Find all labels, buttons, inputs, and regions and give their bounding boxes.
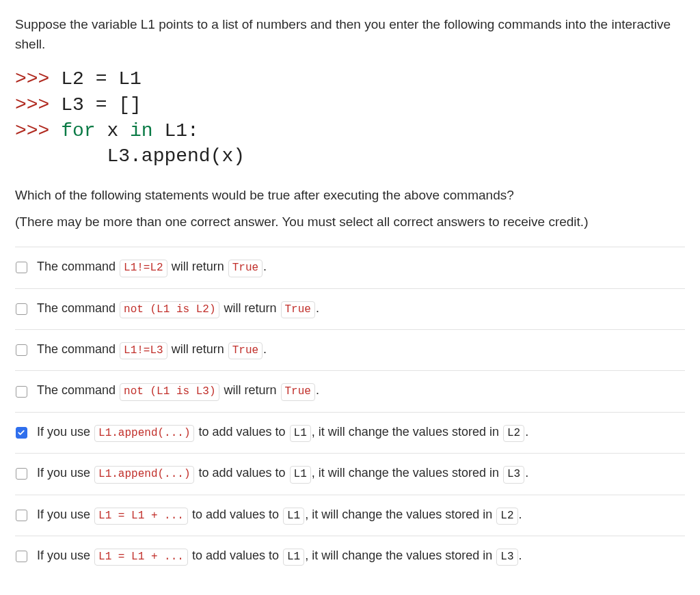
- code-keyword: for: [49, 120, 95, 141]
- code-chip: L1.append(...): [94, 425, 194, 442]
- code-text: L3: [49, 94, 95, 115]
- prompt: >>>: [15, 120, 49, 141]
- text: to add values to: [189, 508, 282, 521]
- text: The command: [37, 301, 119, 315]
- code-text: x: [96, 120, 119, 141]
- code-chip: True: [281, 301, 315, 318]
- option-3[interactable]: The command L1!=L3 will return True.: [15, 329, 685, 370]
- text: .: [316, 383, 319, 397]
- question-note: (There may be more than one correct answ…: [15, 212, 685, 232]
- option-text: If you use L1 = L1 + ... to add values t…: [37, 506, 522, 525]
- text: will return: [168, 260, 228, 273]
- text: If you use: [37, 508, 94, 521]
- option-text: If you use L1 = L1 + ... to add values t…: [37, 547, 522, 566]
- text: .: [263, 342, 267, 356]
- text: If you use: [37, 549, 94, 562]
- code-chip: L1.append(...): [94, 466, 194, 483]
- prompt: >>>: [15, 94, 49, 115]
- option-7[interactable]: If you use L1 = L1 + ... to add values t…: [15, 495, 685, 536]
- text: If you use: [37, 425, 94, 439]
- code-chip: L1: [290, 425, 311, 442]
- text: The command: [37, 260, 119, 273]
- code-chip: not (L1 is L3): [120, 383, 219, 400]
- code-chip: True: [281, 383, 315, 400]
- code-text: []: [107, 94, 141, 115]
- code-text: L2: [49, 68, 95, 89]
- code-chip: L1!=L2: [120, 260, 167, 277]
- text: will return: [220, 383, 280, 397]
- option-6[interactable]: If you use L1.append(...) to add values …: [15, 453, 685, 494]
- text: to add values to: [189, 549, 282, 562]
- checkbox[interactable]: [16, 468, 27, 480]
- text: to add values to: [195, 425, 288, 439]
- code-chip: L1: [283, 508, 304, 525]
- text: .: [525, 466, 528, 480]
- text: , it will change the values stored in: [305, 549, 496, 562]
- text: .: [525, 425, 528, 439]
- text: The command: [37, 342, 119, 356]
- checkbox[interactable]: [16, 510, 27, 521]
- checkbox[interactable]: [16, 427, 27, 439]
- option-text: If you use L1.append(...) to add values …: [37, 424, 528, 442]
- question-prompt: Which of the following statements would …: [15, 186, 685, 206]
- option-text: The command L1!=L3 will return True.: [37, 341, 267, 359]
- code-text: L3: [15, 146, 130, 167]
- text: , it will change the values stored in: [312, 425, 502, 439]
- code-chip: not (L1 is L2): [120, 301, 219, 318]
- code-text: =: [96, 94, 107, 115]
- code-chip: L2: [496, 508, 517, 525]
- option-text: The command not (L1 is L2) will return T…: [37, 300, 319, 318]
- code-keyword: in: [118, 120, 152, 141]
- checkbox[interactable]: [16, 303, 27, 315]
- option-8[interactable]: If you use L1 = L1 + ... to add values t…: [15, 536, 685, 577]
- text: will return: [168, 342, 228, 356]
- option-1[interactable]: The command L1!=L2 will return True.: [15, 247, 685, 288]
- checkbox[interactable]: [16, 551, 27, 562]
- code-text: L1: [107, 68, 141, 89]
- code-chip: L1!=L3: [120, 342, 167, 359]
- code-text: :: [187, 120, 199, 141]
- option-4[interactable]: The command not (L1 is L3) will return T…: [15, 370, 685, 411]
- text: If you use: [37, 466, 94, 480]
- option-5[interactable]: If you use L1.append(...) to add values …: [15, 412, 685, 453]
- code-chip: True: [228, 342, 262, 359]
- code-text: =: [96, 68, 107, 89]
- text: , it will change the values stored in: [305, 508, 496, 521]
- code-block: >>> L2 = L1 >>> L3 = [] >>> for x in L1:…: [15, 66, 685, 169]
- prompt: >>>: [15, 68, 49, 89]
- code-chip: L1: [283, 549, 304, 566]
- code-text: .: [130, 146, 142, 167]
- option-text: The command L1!=L2 will return True.: [37, 258, 267, 277]
- code-text: (x): [211, 146, 245, 167]
- text: .: [519, 508, 522, 521]
- text: , it will change the values stored in: [312, 466, 502, 480]
- text: to add values to: [195, 466, 288, 480]
- code-chip: L2: [503, 425, 524, 442]
- text: .: [263, 260, 267, 273]
- text: .: [316, 301, 319, 315]
- code-chip: L1 = L1 + ...: [94, 549, 188, 566]
- checkbox[interactable]: [16, 262, 27, 273]
- code-chip: True: [228, 260, 262, 277]
- options-list: The command L1!=L2 will return True. The…: [15, 247, 685, 577]
- code-text: L1: [153, 120, 187, 141]
- code-chip: L3: [503, 466, 524, 483]
- text: will return: [220, 301, 280, 315]
- text: The command: [37, 383, 119, 397]
- option-text: If you use L1.append(...) to add values …: [37, 465, 528, 483]
- option-text: The command not (L1 is L3) will return T…: [37, 382, 319, 400]
- checkbox[interactable]: [16, 344, 27, 356]
- option-2[interactable]: The command not (L1 is L2) will return T…: [15, 288, 685, 329]
- text: .: [519, 549, 522, 562]
- code-chip: L1 = L1 + ...: [94, 508, 188, 525]
- checkbox[interactable]: [16, 386, 27, 398]
- code-chip: L3: [496, 549, 517, 566]
- question-intro: Suppose the variable L1 points to a list…: [15, 15, 685, 54]
- code-chip: L1: [290, 466, 311, 483]
- code-text: append: [142, 146, 211, 167]
